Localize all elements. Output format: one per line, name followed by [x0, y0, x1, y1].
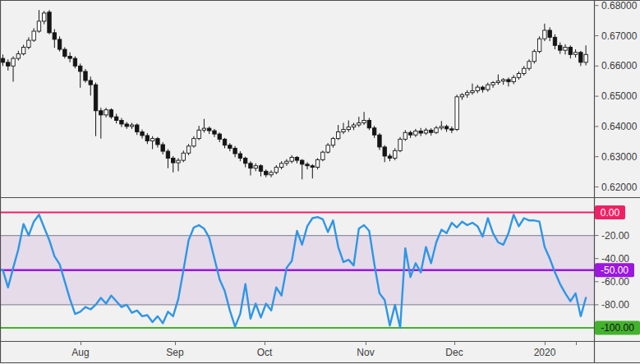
candle	[43, 13, 46, 21]
candle	[331, 139, 334, 145]
candle	[120, 121, 123, 124]
price-tick-label: 0.64000	[601, 121, 638, 132]
candle	[104, 110, 108, 115]
candle	[99, 111, 103, 115]
candle	[357, 122, 361, 125]
chart-canvas: 0.680000.670000.660000.650000.640000.630…	[0, 0, 640, 364]
candle	[249, 164, 252, 168]
candle	[543, 30, 546, 39]
candle	[347, 127, 350, 130]
candle	[84, 71, 87, 81]
candle	[311, 166, 314, 168]
candle	[156, 139, 159, 145]
candle	[579, 53, 582, 62]
candle	[460, 94, 463, 97]
time-label: Sep	[166, 347, 184, 358]
candle	[301, 160, 304, 164]
price-tick-label: 0.62000	[601, 182, 638, 193]
price-tick-label: 0.67000	[601, 30, 638, 42]
candle	[27, 40, 30, 47]
candle	[223, 139, 226, 145]
candle	[79, 66, 82, 71]
candle	[450, 129, 454, 130]
candle	[537, 39, 541, 51]
candle	[53, 33, 56, 39]
price-tick-label: 0.66000	[601, 60, 638, 71]
price-tick-label: 0.65000	[601, 90, 638, 102]
candle	[279, 164, 283, 168]
price-tick-label: 0.68000	[601, 0, 638, 12]
time-label: Aug	[71, 347, 89, 358]
candle	[228, 145, 232, 149]
candle	[218, 134, 221, 139]
candle	[424, 130, 427, 133]
candle	[476, 87, 479, 90]
candle	[125, 124, 128, 127]
candle	[507, 80, 510, 82]
time-label: Nov	[357, 347, 374, 358]
wr-tick-label: -80.00	[601, 299, 629, 311]
candle	[481, 87, 484, 90]
candle	[213, 131, 216, 134]
candle	[372, 128, 375, 135]
candle	[12, 58, 15, 66]
candle	[491, 83, 495, 85]
price-axis[interactable]	[595, 0, 640, 341]
candle	[501, 80, 504, 81]
candle	[73, 58, 76, 66]
candle	[326, 145, 329, 152]
candle	[523, 68, 526, 73]
candle	[140, 132, 144, 136]
candle	[208, 128, 211, 131]
candle	[532, 52, 536, 62]
candle	[486, 85, 490, 90]
candle	[177, 160, 180, 163]
candle	[408, 132, 412, 135]
candle	[455, 97, 458, 130]
candle	[172, 159, 175, 164]
candle	[136, 125, 139, 131]
candle	[430, 130, 433, 132]
candle	[182, 153, 185, 160]
candle	[166, 151, 169, 158]
candle	[403, 132, 407, 139]
candle	[114, 117, 117, 120]
candle	[21, 47, 25, 53]
candle	[435, 128, 438, 133]
wr-tick-label: -60.00	[601, 276, 629, 288]
candle	[383, 147, 386, 156]
candle	[285, 161, 288, 164]
candle	[58, 39, 61, 49]
candle	[238, 154, 242, 159]
candle	[564, 47, 567, 50]
candle	[259, 166, 262, 172]
price-tick-label: 0.63000	[601, 151, 638, 163]
wr-level-badge-label: -100.00	[601, 322, 634, 334]
candle	[321, 152, 325, 159]
time-label: Oct	[257, 347, 273, 358]
candle	[94, 85, 97, 111]
candle	[32, 31, 35, 40]
wr-level-badge-label: -50.00	[601, 265, 628, 276]
candle	[269, 173, 273, 175]
candle	[1, 58, 4, 62]
price-pane[interactable]	[0, 0, 594, 197]
candle	[89, 81, 92, 85]
candle	[243, 159, 246, 164]
candle	[548, 30, 551, 37]
candle	[394, 150, 397, 158]
candle	[517, 74, 520, 78]
candle	[290, 157, 293, 161]
wr-level-badge-label: 0.00	[601, 207, 620, 219]
candle	[274, 168, 278, 173]
candle	[233, 148, 237, 154]
candle	[352, 125, 355, 127]
wr-tick-label: -40.00	[601, 253, 629, 265]
candle	[306, 164, 309, 166]
candle	[419, 131, 422, 133]
candle	[367, 121, 371, 128]
candle	[150, 139, 154, 141]
candle	[444, 127, 448, 129]
candle	[362, 121, 366, 123]
candle	[161, 145, 164, 151]
